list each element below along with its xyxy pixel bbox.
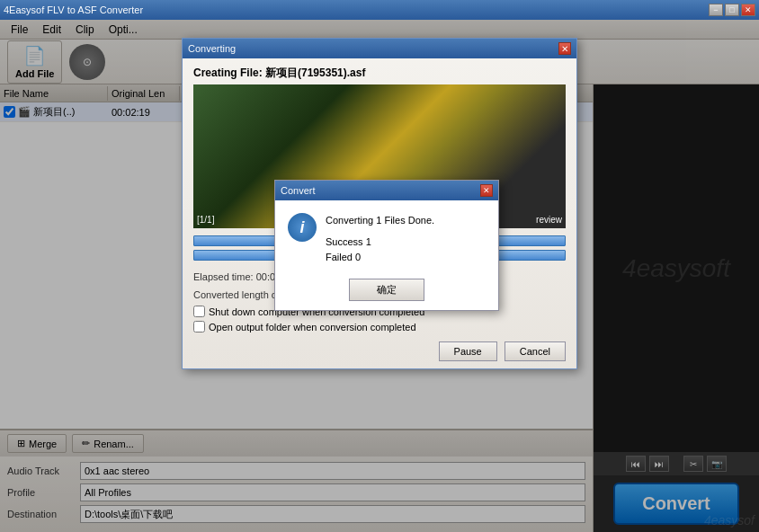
open-folder-checkbox[interactable] (193, 321, 205, 332)
position-label: [1/1] (197, 215, 214, 225)
cancel-button[interactable]: Cancel (505, 341, 566, 361)
open-folder-checkbox-row: Open output folder when conversion compl… (183, 319, 576, 334)
info-icon: i (288, 213, 317, 242)
minimize-button[interactable]: − (709, 4, 723, 16)
preview-label: review (536, 215, 562, 225)
pause-button[interactable]: Pause (439, 341, 497, 361)
shutdown-checkbox[interactable] (193, 306, 205, 317)
app-title: 4Easysof FLV to ASF Converter (4, 4, 143, 15)
success-message-2: Success 1 (326, 235, 434, 251)
success-title-bar: Convert ✕ (275, 181, 498, 200)
success-message-3: Failed 0 (326, 250, 434, 266)
success-text: Converting 1 Files Done. Success 1 Faile… (326, 213, 434, 266)
success-title: Convert (281, 185, 316, 196)
close-button[interactable]: ✕ (741, 4, 755, 16)
success-body: i Converting 1 Files Done. Success 1 Fai… (275, 200, 498, 275)
converting-header: Creating File: 新项目(7195351).asf (183, 58, 576, 84)
confirm-button[interactable]: 确定 (349, 279, 424, 301)
success-message-1: Converting 1 Files Done. (326, 213, 434, 229)
success-dialog: Convert ✕ i Converting 1 Files Done. Suc… (274, 180, 499, 311)
maximize-button[interactable]: □ (725, 4, 739, 16)
converting-dialog-buttons: Pause Cancel (183, 334, 576, 368)
converting-title: Converting (188, 43, 236, 54)
success-close-button[interactable]: ✕ (480, 184, 493, 197)
converting-title-bar: Converting ✕ (183, 39, 576, 58)
title-bar: 4Easysof FLV to ASF Converter − □ ✕ (0, 0, 759, 20)
open-folder-label: Open output folder when conversion compl… (209, 322, 416, 332)
window-controls: − □ ✕ (709, 4, 755, 16)
converting-close-button[interactable]: ✕ (558, 42, 571, 55)
success-footer: 确定 (275, 275, 498, 310)
